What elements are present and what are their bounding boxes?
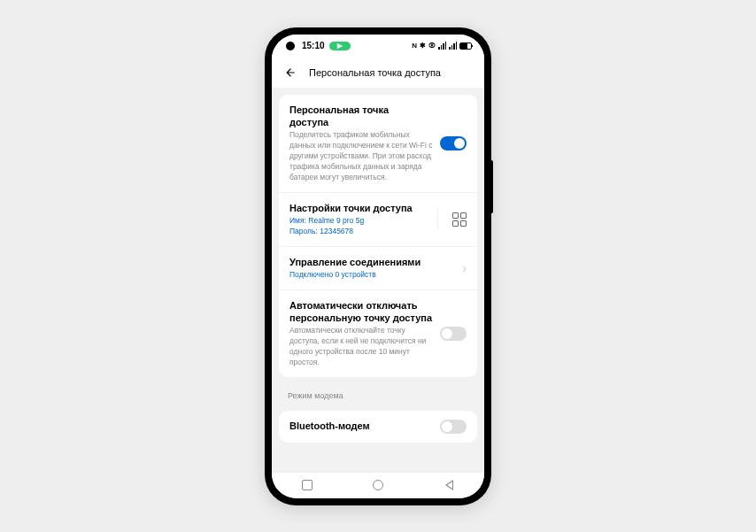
hotspot-title: Персональная точка доступа (289, 104, 433, 129)
chevron-right-icon: › (462, 261, 467, 275)
back-button[interactable] (284, 66, 297, 79)
nfc-icon: N (412, 42, 417, 50)
nav-recent[interactable] (289, 476, 325, 494)
connections-title: Управление соединениями (289, 256, 455, 268)
hotspot-toggle[interactable] (440, 136, 467, 150)
content-scroll[interactable]: Персональная точка доступа Поделитесь тр… (272, 88, 484, 472)
nav-back[interactable] (431, 476, 467, 494)
hotspot-desc: Поделитесь трафиком мобильных данных или… (289, 130, 433, 182)
row-hotspot-settings[interactable]: Настройки точки доступа Имя: Realme 9 pr… (279, 192, 477, 246)
settings-title: Настройки точки доступа (289, 202, 430, 214)
auto-off-toggle[interactable] (440, 327, 467, 341)
nav-bar (272, 472, 484, 498)
auto-off-desc: Автоматически отключайте точку доступа, … (289, 326, 433, 368)
battery-icon (459, 42, 472, 50)
status-time: 15:10 (302, 41, 325, 50)
bt-modem-toggle[interactable] (440, 420, 467, 434)
nav-home[interactable] (360, 476, 396, 494)
auto-off-title: Автоматически отключать персональную точ… (289, 299, 433, 325)
qr-icon[interactable] (452, 212, 467, 227)
signal-icon-2 (449, 42, 457, 50)
settings-password: Пароль: 12345678 (289, 227, 430, 237)
front-camera (286, 42, 295, 50)
vibrate-icon: ⦿ (428, 42, 436, 50)
status-bar: 15:10 N ✱ ⦿ (272, 35, 484, 58)
row-auto-off[interactable]: Автоматически отключать персональную точ… (279, 289, 477, 377)
bt-modem-title: Bluetooth-модем (289, 420, 433, 432)
card-modem: Bluetooth-модем (279, 411, 477, 443)
settings-name: Имя: Realme 9 pro 5g (289, 216, 430, 227)
status-pill (329, 42, 351, 50)
screen: 15:10 N ✱ ⦿ (272, 35, 484, 498)
page-title: Персональная точка доступа (309, 67, 441, 78)
row-manage-connections[interactable]: Управление соединениями Подключено 0 уст… (279, 246, 477, 289)
phone-frame: 15:10 N ✱ ⦿ (265, 27, 491, 505)
row-bluetooth-modem[interactable]: Bluetooth-модем (279, 411, 477, 443)
row-hotspot-toggle[interactable]: Персональная точка доступа Поделитесь тр… (279, 95, 477, 192)
signal-icon (438, 42, 446, 50)
section-modem-mode: Режим модема (272, 384, 484, 404)
page-header: Персональная точка доступа (272, 58, 484, 88)
divider (437, 209, 438, 230)
bluetooth-icon: ✱ (420, 42, 426, 50)
connections-sub: Подключено 0 устройств (289, 270, 455, 281)
card-main: Персональная точка доступа Поделитесь тр… (279, 95, 477, 377)
